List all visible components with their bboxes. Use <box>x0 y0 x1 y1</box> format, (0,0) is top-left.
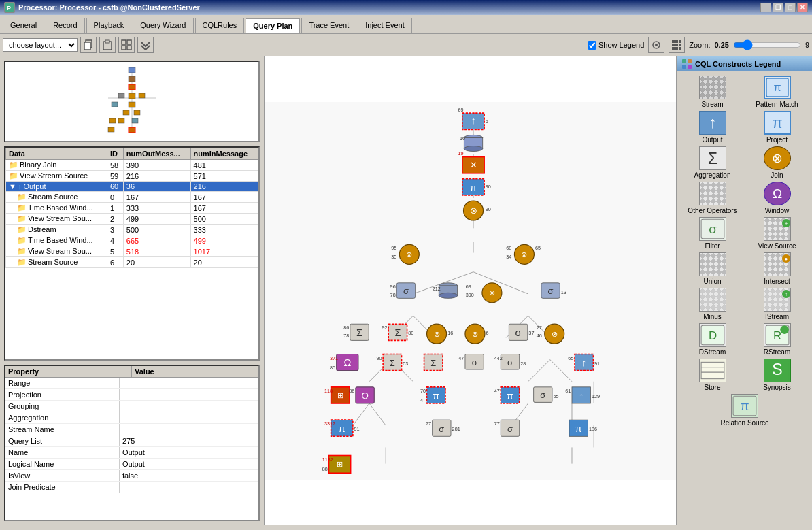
legend-item-dstream[interactable]: D DStream <box>681 323 743 356</box>
svg-rect-37 <box>129 127 135 133</box>
stream-label: Stream <box>701 101 723 108</box>
tab-query-wizard[interactable]: Query Wizard <box>133 18 193 33</box>
legend-item-join[interactable]: ⊗ Join <box>746 146 808 179</box>
folder-icon: 📁 <box>17 247 27 255</box>
paste-button[interactable] <box>99 37 116 53</box>
tab-record[interactable]: Record <box>46 18 84 33</box>
legend-item-relationsource[interactable]: π Relation Source <box>720 394 768 427</box>
props-col-property: Property <box>5 366 132 377</box>
tab-trace-event[interactable]: Trace Event <box>301 18 356 33</box>
tab-playback[interactable]: Playback <box>86 18 132 33</box>
minimize-button[interactable]: _ <box>760 3 771 12</box>
tab-cqlrules[interactable]: CQLRules <box>195 18 245 33</box>
svg-text:π: π <box>575 423 582 434</box>
expand-button[interactable] <box>118 37 135 53</box>
legend-item-aggregation[interactable]: Σ Aggregation <box>681 146 743 179</box>
svg-text:78: 78 <box>390 292 396 298</box>
svg-text:σ: σ <box>439 424 444 434</box>
legend-item-union[interactable]: Union <box>681 252 743 285</box>
tab-general[interactable]: General <box>3 18 44 33</box>
svg-text:96: 96 <box>390 284 396 290</box>
folder-icon: 📁 <box>17 236 27 244</box>
legend-item-intersect[interactable]: ● Intersect <box>746 252 808 285</box>
synopsis-label: Synopsis <box>763 384 791 391</box>
col-header-data[interactable]: Data <box>6 148 107 160</box>
svg-rect-27 <box>129 102 135 107</box>
svg-text:37: 37 <box>528 330 534 336</box>
legend-item-istream[interactable]: ↑ IStream <box>746 288 808 320</box>
legend-item-stream[interactable]: Stream <box>681 76 743 108</box>
table-row[interactable]: 📁Dstream 3500333 <box>6 225 258 235</box>
prop-value <box>119 424 258 435</box>
col-header-id[interactable]: ID <box>107 148 123 160</box>
close-button[interactable]: ✕ <box>797 3 808 12</box>
collapse-button[interactable] <box>137 37 154 53</box>
table-row[interactable]: 📁Time Based Wind... 1333167 <box>6 203 258 214</box>
prop-row: Range <box>5 378 258 389</box>
svg-text:70: 70 <box>420 388 426 394</box>
table-row[interactable]: 📁Stream Source 0167167 <box>6 192 258 203</box>
svg-rect-28 <box>118 93 124 98</box>
table-row-selected[interactable]: ▼↑ Output 6036216 <box>6 182 258 192</box>
col-header-numin[interactable]: numInMessage <box>190 148 258 160</box>
svg-rect-26 <box>129 93 135 99</box>
grid-button[interactable] <box>669 37 685 53</box>
svg-text:47: 47 <box>458 355 464 361</box>
table-row[interactable]: 📁View Stream Sou... 2499500 <box>6 214 258 225</box>
svg-text:⊞: ⊞ <box>337 460 343 468</box>
svg-rect-14 <box>679 40 681 43</box>
legend-item-viewsource[interactable]: + View Source <box>746 217 808 250</box>
svg-rect-20 <box>679 47 681 50</box>
legend-item-rstream[interactable]: R RStream <box>746 323 808 356</box>
properties-button[interactable] <box>648 37 664 53</box>
prop-row: Join Predicate <box>5 482 258 493</box>
output-label: Output <box>702 136 722 144</box>
col-header-numout[interactable]: numOutMess... <box>123 148 190 160</box>
table-row[interactable]: 📁Stream Source 62020 <box>6 257 258 268</box>
legend-item-minus[interactable]: Minus <box>681 288 743 320</box>
svg-rect-185 <box>688 59 692 63</box>
svg-text:π: π <box>773 82 781 93</box>
table-row[interactable]: 📁View Stream Sou... 55181017 <box>6 246 258 257</box>
legend-item-output[interactable]: ↑ Output <box>681 111 743 144</box>
svg-text:⊗: ⊗ <box>406 250 412 259</box>
copy-button[interactable] <box>80 37 97 53</box>
svg-rect-23 <box>129 67 135 73</box>
svg-rect-13 <box>675 40 678 43</box>
legend-item-project[interactable]: π Project <box>746 111 808 144</box>
legend-item-store[interactable]: Store <box>681 359 743 391</box>
layout-select[interactable]: choose layout... Hierarchic Circular Ort… <box>3 38 78 52</box>
left-panel: Data ID numOutMess... numInMessage 📁Bina… <box>0 56 265 525</box>
show-legend-checkbox[interactable] <box>588 41 596 50</box>
folder-icon: 📁 <box>9 161 18 169</box>
query-plan-canvas[interactable]: ↑ 69 6 16 ✕ 19 π 90 <box>265 56 676 525</box>
tab-query-plan[interactable]: Query Plan <box>246 18 300 33</box>
svg-rect-34 <box>118 118 124 123</box>
relationsource-legend-icon: π <box>731 394 758 418</box>
query-plan-svg: ↑ 69 6 16 ✕ 19 π 90 <box>265 56 676 525</box>
svg-text:π: π <box>740 399 749 413</box>
svg-text:Ω: Ω <box>343 357 351 368</box>
svg-text:95: 95 <box>391 246 396 252</box>
legend-item-synopsis[interactable]: S Synopsis <box>746 359 808 391</box>
maximize-button[interactable]: □ <box>785 3 796 12</box>
svg-text:61: 61 <box>565 388 571 394</box>
svg-text:↑: ↑ <box>579 391 583 401</box>
output-legend-icon: ↑ <box>699 111 726 135</box>
window-legend-icon: Ω <box>764 182 791 205</box>
legend-panel: CQL Constructs Legend Stream π Pattern M… <box>676 56 812 525</box>
legend-item-window[interactable]: Ω Window <box>746 182 808 214</box>
table-row[interactable]: 📁Time Based Wind... 4665499 <box>6 235 258 246</box>
tab-inject-event[interactable]: Inject Event <box>358 18 411 33</box>
tab-bar: General Record Playback Query Wizard CQL… <box>0 15 812 34</box>
legend-item-other[interactable]: Other Operators <box>681 182 743 214</box>
svg-text:⊗: ⊗ <box>434 330 440 338</box>
table-row[interactable]: 📁Binary Join 58390481 <box>6 160 258 171</box>
table-row[interactable]: 📁View Stream Source 59216571 <box>6 171 258 182</box>
zoom-slider[interactable] <box>733 39 801 50</box>
svg-text:212: 212 <box>433 286 441 292</box>
legend-item-pattern[interactable]: π Pattern Match <box>746 76 808 108</box>
restore-button[interactable]: ❐ <box>773 3 783 12</box>
svg-text:⊗: ⊗ <box>521 250 527 259</box>
legend-item-filter[interactable]: σ Filter <box>681 217 743 250</box>
